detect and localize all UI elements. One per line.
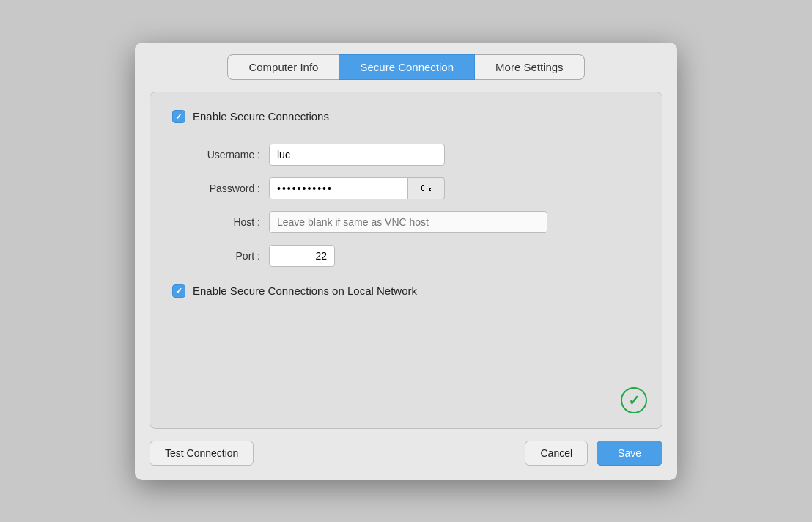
right-buttons: Cancel Save bbox=[525, 441, 662, 466]
host-label: Host : bbox=[187, 216, 260, 228]
tab-bar: Computer Info Secure Connection More Set… bbox=[135, 43, 677, 80]
tab-more-settings[interactable]: More Settings bbox=[475, 54, 585, 80]
host-row: Host : bbox=[187, 211, 640, 233]
success-icon: ✓ bbox=[621, 387, 647, 413]
enable-secure-row: ✓ Enable Secure Connections bbox=[172, 110, 640, 123]
password-input[interactable] bbox=[269, 177, 408, 199]
show-password-button[interactable]: 🗝 bbox=[408, 177, 445, 199]
enable-local-checkbox[interactable]: ✓ bbox=[172, 284, 185, 298]
test-connection-button[interactable]: Test Connection bbox=[150, 441, 254, 466]
cancel-button[interactable]: Cancel bbox=[525, 441, 588, 466]
enable-secure-label: Enable Secure Connections bbox=[193, 110, 329, 122]
enable-secure-checkbox[interactable]: ✓ bbox=[172, 110, 185, 123]
checkmark-local-icon: ✓ bbox=[175, 287, 182, 295]
checkmark-icon: ✓ bbox=[175, 112, 182, 121]
main-panel: ✓ Enable Secure Connections Username : P… bbox=[150, 92, 662, 429]
port-row: Port : bbox=[187, 245, 640, 267]
port-input[interactable] bbox=[269, 245, 335, 267]
password-label: Password : bbox=[187, 183, 260, 194]
key-icon: 🗝 bbox=[421, 182, 432, 195]
port-label: Port : bbox=[187, 250, 260, 262]
tab-computer-info[interactable]: Computer Info bbox=[227, 54, 339, 80]
enable-local-label: Enable Secure Connections on Local Netwo… bbox=[193, 284, 417, 297]
password-field-group: 🗝 bbox=[269, 177, 445, 199]
username-label: Username : bbox=[187, 149, 260, 161]
username-input[interactable] bbox=[269, 144, 445, 166]
password-row: Password : 🗝 bbox=[187, 177, 640, 199]
form-section: Username : Password : 🗝 Host : bbox=[187, 144, 640, 267]
tab-secure-connection[interactable]: Secure Connection bbox=[339, 54, 475, 80]
username-row: Username : bbox=[187, 144, 640, 166]
dialog: Computer Info Secure Connection More Set… bbox=[135, 43, 677, 480]
success-checkmark: ✓ bbox=[628, 392, 641, 409]
bottom-bar: Test Connection Cancel Save bbox=[135, 441, 677, 466]
save-button[interactable]: Save bbox=[597, 441, 662, 466]
enable-local-row: ✓ Enable Secure Connections on Local Net… bbox=[172, 284, 640, 298]
host-input[interactable] bbox=[269, 211, 547, 233]
